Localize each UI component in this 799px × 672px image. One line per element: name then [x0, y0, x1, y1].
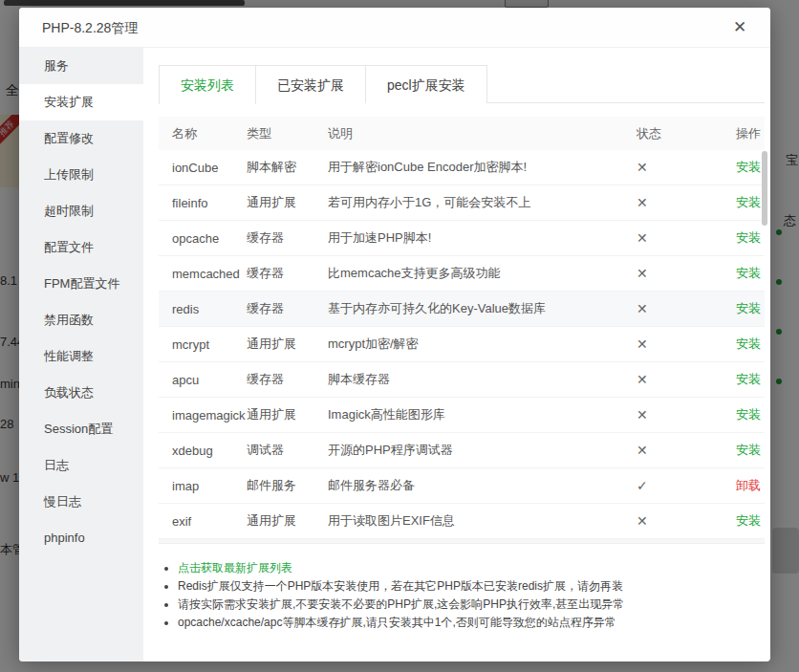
install-link[interactable]: 安装 — [736, 372, 761, 386]
dialog-title: PHP-8.2.28管理 — [42, 8, 138, 48]
tab-bar: 安装列表 已安装扩展 pecl扩展安装 — [159, 65, 765, 103]
sidebar-item-log[interactable]: 日志 — [19, 447, 143, 484]
col-header-name: 名称 — [172, 125, 247, 142]
sidebar-item-upload-limit[interactable]: 上传限制 — [19, 157, 143, 193]
sidebar: 服务 安装扩展 配置修改 上传限制 超时限制 配置文件 FPM配置文件 禁用函数… — [19, 48, 143, 661]
tab-installed-ext[interactable]: 已安装扩展 — [256, 65, 366, 103]
table-row: imap 邮件服务 邮件服务器必备 ✓ 卸载 — [159, 468, 765, 504]
install-link[interactable]: 安装 — [736, 407, 761, 422]
install-link[interactable]: 安装 — [736, 301, 761, 315]
sidebar-item-load-status[interactable]: 负载状态 — [19, 375, 143, 411]
table-row: fileinfo 通用扩展 若可用内存小于1G，可能会安装不上 ✕ 安装 — [159, 185, 765, 221]
not-installed-icon: ✕ — [637, 336, 648, 352]
ext-desc: 基于内存亦可持久化的Key-Value数据库 — [328, 300, 637, 317]
notes-list: 点击获取最新扩展列表 Redis扩展仅支持一个PHP版本安装使用，若在其它PHP… — [159, 559, 765, 632]
sidebar-item-slow-log[interactable]: 慢日志 — [19, 484, 143, 520]
content-panel: 安装列表 已安装扩展 pecl扩展安装 名称 类型 说明 状态 操作 ionCu… — [143, 48, 770, 661]
ext-type: 调试器 — [247, 442, 328, 459]
note-item: 点击获取最新扩展列表 — [178, 559, 765, 577]
not-installed-icon: ✕ — [637, 407, 648, 423]
ext-name: redis — [172, 302, 247, 316]
col-header-type: 类型 — [247, 125, 328, 142]
ext-name: mcrypt — [172, 337, 247, 352]
ext-type: 缓存器 — [247, 265, 328, 282]
sidebar-item-timeout-limit[interactable]: 超时限制 — [19, 193, 143, 229]
ext-desc: mcrypt加密/解密 — [328, 336, 637, 353]
ext-desc: 脚本缓存器 — [328, 371, 637, 388]
extensions-table: 名称 类型 说明 状态 操作 ionCube 脚本解密 用于解密ionCube … — [159, 117, 765, 544]
ext-name: apcu — [172, 373, 247, 387]
ext-name: opcache — [172, 231, 247, 246]
sidebar-item-session-config[interactable]: Session配置 — [19, 411, 143, 447]
sidebar-item-service[interactable]: 服务 — [19, 48, 143, 84]
sidebar-item-phpinfo[interactable]: phpinfo — [19, 520, 143, 556]
tab-install-list[interactable]: 安装列表 — [159, 65, 256, 104]
ext-name: fileinfo — [172, 196, 247, 210]
install-link[interactable]: 安装 — [736, 195, 761, 209]
not-installed-icon: ✕ — [637, 443, 648, 458]
table-header-row: 名称 类型 说明 状态 操作 — [159, 117, 765, 150]
table-row: apcu 缓存器 脚本缓存器 ✕ 安装 — [159, 362, 765, 398]
sidebar-item-config-file[interactable]: 配置文件 — [19, 229, 143, 266]
col-header-status: 状态 — [637, 125, 717, 142]
sidebar-item-fpm-config[interactable]: FPM配置文件 — [19, 266, 143, 302]
ext-type: 通用扩展 — [247, 512, 328, 530]
ext-desc: 用于加速PHP脚本! — [328, 229, 637, 247]
note-item: opcache/xcache/apc等脚本缓存扩展,请只安装其中1个,否则可能导… — [178, 614, 765, 632]
ext-type: 脚本解密 — [247, 159, 328, 176]
table-row: mcrypt 通用扩展 mcrypt加密/解密 ✕ 安装 — [159, 327, 765, 362]
ext-type: 通用扩展 — [247, 194, 328, 211]
table-row: ionCube 脚本解密 用于解密ionCube Encoder加密脚本! ✕ … — [159, 150, 765, 185]
ext-name: exif — [172, 514, 247, 529]
dialog-body: 服务 安装扩展 配置修改 上传限制 超时限制 配置文件 FPM配置文件 禁用函数… — [19, 48, 770, 661]
table-row: xdebug 调试器 开源的PHP程序调试器 ✕ 安装 — [159, 433, 765, 468]
sidebar-item-install-ext[interactable]: 安装扩展 — [19, 84, 143, 120]
not-installed-icon: ✕ — [637, 266, 648, 281]
ext-type: 通用扩展 — [247, 406, 328, 423]
ext-desc: 邮件服务器必备 — [328, 477, 637, 494]
table-scrollbar-thumb[interactable] — [762, 151, 767, 226]
install-link[interactable]: 安装 — [736, 230, 761, 245]
ext-type: 缓存器 — [247, 371, 328, 388]
ext-desc: 用于读取图片EXIF信息 — [328, 512, 637, 530]
col-header-action: 操作 — [717, 125, 765, 142]
install-link[interactable]: 安装 — [736, 336, 761, 351]
sidebar-item-config-edit[interactable]: 配置修改 — [19, 120, 143, 157]
ext-desc: 用于解密ionCube Encoder加密脚本! — [328, 159, 637, 176]
ext-desc: 若可用内存小于1G，可能会安装不上 — [328, 194, 637, 211]
installed-icon: ✓ — [637, 478, 648, 493]
ext-type: 邮件服务 — [247, 477, 328, 494]
note-item: Redis扩展仅支持一个PHP版本安装使用，若在其它PHP版本已安装redis扩… — [178, 577, 765, 596]
not-installed-icon: ✕ — [637, 160, 648, 175]
not-installed-icon: ✕ — [637, 195, 648, 210]
install-link[interactable]: 安装 — [736, 443, 761, 457]
table-row: imagemagick 通用扩展 Imagick高性能图形库 ✕ 安装 — [159, 398, 765, 433]
uninstall-link[interactable]: 卸载 — [736, 478, 761, 492]
ext-name: memcached — [172, 267, 247, 281]
ext-name: ionCube — [172, 161, 247, 175]
install-link[interactable]: 安装 — [736, 513, 761, 528]
ext-type: 缓存器 — [247, 229, 328, 247]
php-manager-dialog: PHP-8.2.28管理 ✕ 服务 安装扩展 配置修改 上传限制 超时限制 配置… — [19, 8, 770, 661]
partial-next-row — [159, 539, 765, 544]
ext-name: xdebug — [172, 444, 247, 458]
not-installed-icon: ✕ — [637, 372, 648, 387]
not-installed-icon: ✕ — [637, 230, 648, 246]
install-link[interactable]: 安装 — [736, 160, 761, 174]
sidebar-item-disabled-functions[interactable]: 禁用函数 — [19, 302, 143, 338]
tab-pecl-install[interactable]: pecl扩展安装 — [366, 65, 487, 103]
note-item: 请按实际需求安装扩展,不要安装不必要的PHP扩展,这会影响PHP执行效率,甚至出… — [178, 596, 765, 614]
install-link[interactable]: 安装 — [736, 266, 761, 280]
table-row: exif 通用扩展 用于读取图片EXIF信息 ✕ 安装 — [159, 504, 765, 539]
not-installed-icon: ✕ — [637, 301, 648, 316]
ext-name: imap — [172, 479, 247, 493]
not-installed-icon: ✕ — [637, 513, 648, 529]
ext-type: 通用扩展 — [247, 336, 328, 353]
ext-desc: Imagick高性能图形库 — [328, 406, 637, 423]
ext-desc: 开源的PHP程序调试器 — [328, 442, 637, 459]
close-icon[interactable]: ✕ — [724, 8, 755, 48]
ext-name: imagemagick — [172, 408, 247, 423]
refresh-ext-list-link[interactable]: 点击获取最新扩展列表 — [178, 561, 292, 574]
sidebar-item-performance[interactable]: 性能调整 — [19, 338, 143, 375]
dialog-header: PHP-8.2.28管理 ✕ — [19, 8, 770, 48]
